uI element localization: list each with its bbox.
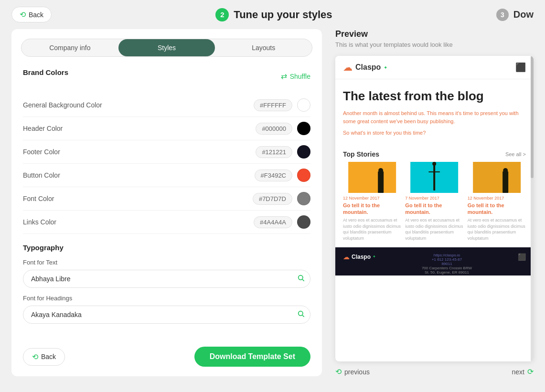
svg-point-0 xyxy=(299,275,303,280)
footer-phone: +1 612 123-45-67 xyxy=(376,257,518,262)
email-body-text2: So what's in store for you this time? xyxy=(343,129,526,137)
arrow-left-icon-bottom: ⟲ xyxy=(32,352,38,361)
color-control-background: #FFFFFF xyxy=(254,98,310,112)
back-label-bottom: Back xyxy=(41,353,56,360)
font-text-wrapper xyxy=(23,270,310,288)
back-button-top[interactable]: ⟲ Back xyxy=(11,7,52,22)
arrow-left-prev-icon: ⟲ xyxy=(335,367,342,376)
font-text-label: Font for Text xyxy=(23,259,310,266)
color-row-links: Links Color #4A4A4A xyxy=(23,211,310,234)
color-hex-footer: #121221 xyxy=(256,146,292,158)
claspo-logo: ☁ Claspo ✦ xyxy=(343,62,387,73)
story-date-1: 12 November 2017 xyxy=(343,196,401,201)
preview-subtitle: This is what your templates would look l… xyxy=(335,41,534,48)
color-hex-font: #7D7D7D xyxy=(253,193,292,205)
see-all-link[interactable]: See all > xyxy=(505,151,526,157)
right-panel: Preview This is what your templates woul… xyxy=(322,29,534,376)
preview-title: Preview xyxy=(335,29,534,39)
color-swatch-background[interactable] xyxy=(297,98,310,112)
svg-rect-12 xyxy=(502,171,508,193)
color-swatch-header[interactable] xyxy=(297,122,310,135)
font-heading-wrapper xyxy=(23,306,310,324)
preview-email: ☁ Claspo ✦ ⬛ The latest from the blog An… xyxy=(335,56,534,275)
next-button[interactable]: next ⟳ xyxy=(512,367,534,376)
star-icon: ✦ xyxy=(384,65,387,70)
download-button[interactable]: Download Template Set xyxy=(194,347,310,367)
page-title: Tune up your styles xyxy=(234,9,332,21)
footer-cloud-icon: ☁ xyxy=(343,253,350,261)
footer-star-icon: ✦ xyxy=(373,254,376,259)
step-title: 2 Tune up your styles xyxy=(215,8,332,21)
color-swatch-links[interactable] xyxy=(297,215,310,229)
typography-title: Typography xyxy=(23,244,64,252)
preview-scrollbar-thumb xyxy=(531,56,534,178)
left-panel: Company info Styles Layouts Brand Colors… xyxy=(11,29,322,376)
tab-bar: Company info Styles Layouts xyxy=(21,39,312,57)
color-label-button: Button Color xyxy=(23,171,60,179)
font-heading-search-button[interactable] xyxy=(297,310,305,319)
typography-section: Typography Font for Text F xyxy=(23,244,310,324)
color-label-links: Links Color xyxy=(23,218,56,226)
color-label-background: General Background Color xyxy=(23,101,102,109)
story-image-1 xyxy=(343,162,401,193)
color-control-links: #4A4A4A xyxy=(254,215,310,229)
font-heading-label: Font for Headings xyxy=(23,295,310,302)
color-hex-header: #000000 xyxy=(256,123,292,135)
story-title-3: Go tell it to the mountain. xyxy=(468,202,526,216)
email-footer: ☁ Claspo ✦ https://claspo.io +1 612 123-… xyxy=(335,247,534,275)
color-row-font: Font Color #7D7D7D xyxy=(23,187,310,211)
svg-rect-11 xyxy=(473,162,521,193)
color-hex-button: #F3492C xyxy=(255,170,292,181)
tab-company-info[interactable]: Company info xyxy=(21,39,118,56)
next-label: next xyxy=(512,368,524,376)
story-image-3 xyxy=(468,162,526,193)
svg-rect-5 xyxy=(378,171,384,193)
font-heading-group: Font for Headings xyxy=(23,295,310,324)
font-text-input[interactable] xyxy=(23,270,310,288)
top-bar: ⟲ Back 2 Tune up your styles 3 Dow xyxy=(0,0,545,29)
color-label-header: Header Color xyxy=(23,125,63,132)
color-swatch-font[interactable] xyxy=(297,192,310,205)
story-excerpt-2: At vero eos et accusamus et iusto odio d… xyxy=(405,217,463,241)
footer-link: https://claspo.io xyxy=(376,253,518,257)
top-stories-header: Top Stories See all > xyxy=(335,145,534,162)
email-body-text1: Another month is almost behind us. This … xyxy=(343,109,526,125)
step3-area: 3 Dow xyxy=(496,9,534,21)
svg-line-3 xyxy=(302,315,304,317)
arrow-left-icon: ⟲ xyxy=(20,10,26,19)
tab-styles[interactable]: Styles xyxy=(118,39,215,56)
shuffle-button[interactable]: ⇄ Shuffle xyxy=(281,72,310,81)
color-hex-background: #FFFFFF xyxy=(254,99,292,111)
color-swatch-footer[interactable] xyxy=(297,145,310,159)
story-excerpt-3: At vero eos et accusamus et iusto odio d… xyxy=(468,217,526,241)
footer-info: https://claspo.io +1 612 123-45-67 89011… xyxy=(376,253,518,275)
story-image-2 xyxy=(405,162,463,193)
svg-rect-8 xyxy=(433,164,435,191)
font-text-search-button[interactable] xyxy=(297,274,305,284)
arrow-right-next-icon: ⟳ xyxy=(527,367,534,376)
color-control-header: #000000 xyxy=(256,122,310,135)
svg-point-6 xyxy=(378,168,383,173)
font-text-group: Font for Text xyxy=(23,259,310,288)
story-excerpt-1: At vero eos et accusamus et iusto odio d… xyxy=(343,217,401,241)
color-swatch-button[interactable] xyxy=(297,169,310,182)
story-date-2: 7 November 2017 xyxy=(405,196,463,201)
footer-phone2: 89011 xyxy=(376,262,518,266)
step2-badge: 2 xyxy=(215,8,229,21)
footer-address2: St. 50, Eugene, ER 89011 xyxy=(376,270,518,275)
story-card-1: 12 November 2017 Go tell it to the mount… xyxy=(343,162,401,242)
svg-rect-4 xyxy=(348,162,396,193)
preview-scrollbar[interactable] xyxy=(531,56,534,361)
color-control-button: #F3492C xyxy=(255,169,310,182)
previous-label: previous xyxy=(344,368,370,376)
svg-point-10 xyxy=(432,162,436,166)
back-button-bottom[interactable]: ⟲ Back xyxy=(23,348,65,366)
previous-button[interactable]: ⟲ previous xyxy=(335,367,370,376)
email-hero-title: The latest from the blog xyxy=(343,89,526,104)
tab-layouts[interactable]: Layouts xyxy=(215,39,312,56)
shuffle-icon: ⇄ xyxy=(281,72,287,81)
color-control-font: #7D7D7D xyxy=(253,192,310,205)
font-heading-input[interactable] xyxy=(23,306,310,324)
footer-address: 700 Carpenters Crossin BRW xyxy=(376,266,518,270)
color-hex-links: #4A4A4A xyxy=(254,216,292,228)
